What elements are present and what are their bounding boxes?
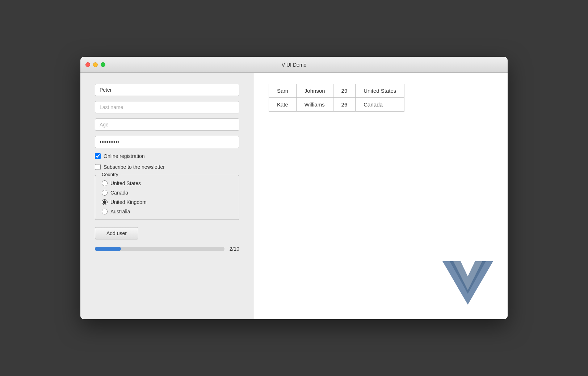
- app-window: V UI Demo Online registration Subscribe …: [80, 57, 508, 319]
- country-us-radio[interactable]: [102, 180, 108, 186]
- progress-bar-container: [95, 247, 224, 251]
- country-au-label: Australia: [110, 209, 130, 214]
- progress-row: 2/10: [95, 246, 239, 252]
- online-registration-label: Online registration: [104, 153, 145, 159]
- maximize-button[interactable]: [101, 62, 105, 67]
- minimize-button[interactable]: [93, 62, 98, 67]
- country-uk-radio[interactable]: [102, 199, 108, 205]
- country-legend: Country: [100, 172, 121, 177]
- right-panel: SamJohnson29United StatesKateWilliams26C…: [254, 73, 508, 319]
- table-row: KateWilliams26Canada: [269, 98, 404, 112]
- password-input[interactable]: [95, 136, 239, 148]
- newsletter-checkbox[interactable]: [95, 164, 101, 170]
- table-row: SamJohnson29United States: [269, 84, 404, 98]
- cell-age: 29: [333, 84, 356, 98]
- cell-last: Williams: [296, 98, 333, 112]
- close-button[interactable]: [85, 62, 90, 67]
- country-ca-radio[interactable]: [102, 190, 108, 196]
- cell-first: Kate: [269, 98, 297, 112]
- country-us-label: United States: [110, 180, 141, 186]
- newsletter-label: Subscribe to the newsletter: [104, 164, 165, 170]
- country-uk-row: United Kingdom: [102, 199, 232, 205]
- cell-age: 26: [333, 98, 356, 112]
- users-table: SamJohnson29United StatesKateWilliams26C…: [269, 84, 404, 112]
- add-user-button[interactable]: Add user: [95, 227, 138, 239]
- last-name-input[interactable]: [95, 101, 239, 113]
- country-au-row: Australia: [102, 209, 232, 214]
- window-body: Online registration Subscribe to the new…: [80, 73, 508, 319]
- country-ca-label: Canada: [110, 190, 128, 196]
- age-input[interactable]: [95, 118, 239, 131]
- country-us-row: United States: [102, 180, 232, 186]
- country-uk-label: United Kingdom: [110, 199, 147, 205]
- v-logo: [442, 261, 493, 305]
- first-name-input[interactable]: [95, 84, 239, 96]
- country-group: Country United States Canada United King…: [95, 175, 239, 220]
- traffic-lights: [85, 62, 105, 67]
- online-registration-checkbox[interactable]: [95, 153, 101, 159]
- titlebar: V UI Demo: [80, 57, 508, 73]
- country-ca-row: Canada: [102, 190, 232, 196]
- newsletter-row: Subscribe to the newsletter: [95, 164, 239, 170]
- cell-country: Canada: [356, 98, 404, 112]
- window-title: V UI Demo: [282, 62, 306, 68]
- cell-country: United States: [356, 84, 404, 98]
- progress-bar-fill: [95, 247, 121, 251]
- left-panel: Online registration Subscribe to the new…: [80, 73, 254, 319]
- cell-last: Johnson: [296, 84, 333, 98]
- online-registration-row: Online registration: [95, 153, 239, 159]
- cell-first: Sam: [269, 84, 297, 98]
- progress-label: 2/10: [230, 246, 239, 252]
- country-au-radio[interactable]: [102, 209, 108, 214]
